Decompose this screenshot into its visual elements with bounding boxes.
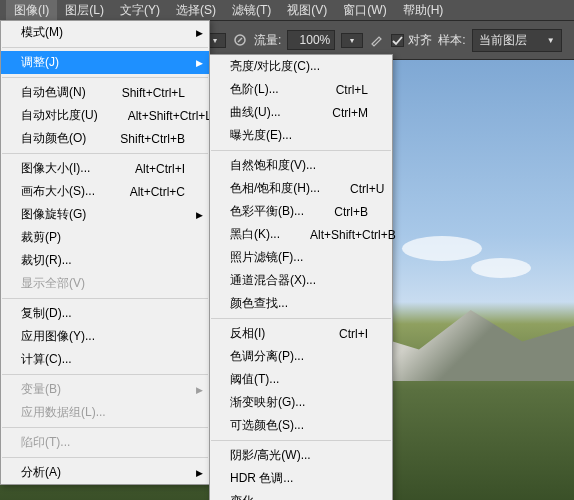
menu-item-label: 画布大小(S)... [21,183,95,200]
sample-select[interactable]: 当前图层 ▼ [472,29,562,52]
menu-item[interactable]: 自然饱和度(V)... [210,154,392,177]
menu-item[interactable]: 调整(J)▶ [1,51,209,74]
menu-item-label: 应用数据组(L)... [21,404,106,421]
menu-item[interactable]: 自动对比度(U)Alt+Shift+Ctrl+L [1,104,209,127]
menu-item[interactable]: 通道混合器(X)... [210,269,392,292]
cloud-shape [471,258,531,278]
sample-label: 样本: [438,32,465,49]
menubar: 图像(I)图层(L)文字(Y)选择(S)滤镜(T)视图(V)窗口(W)帮助(H) [0,0,574,20]
adjustments-submenu: 亮度/对比度(C)...色阶(L)...Ctrl+L曲线(U)...Ctrl+M… [209,54,393,500]
menu-item[interactable]: 应用图像(Y)... [1,325,209,348]
menu-item[interactable]: 裁切(R)... [1,249,209,272]
menu-item-label: 反相(I) [230,325,265,342]
menu-item-shortcut: Shift+Ctrl+L [122,86,185,100]
pressure-opacity-icon[interactable] [232,32,248,48]
menu-item-shortcut: Ctrl+L [336,83,368,97]
menu-item-label: 色调分离(P)... [230,348,304,365]
menu-item-label: 分析(A) [21,464,61,481]
menu-item-label: 裁切(R)... [21,252,72,269]
menu-item[interactable]: 图像大小(I)...Alt+Ctrl+I [1,157,209,180]
menu-item-shortcut: Alt+Shift+Ctrl+B [310,228,396,242]
menu-item-shortcut: Shift+Ctrl+B [120,132,185,146]
menu-item-shortcut: Alt+Shift+Ctrl+L [128,109,212,123]
menu-item[interactable]: 渐变映射(G)... [210,391,392,414]
menu-item-label: 曝光度(E)... [230,127,292,144]
menu-item[interactable]: 阴影/高光(W)... [210,444,392,467]
menu-separator [2,77,208,78]
menu-separator [211,440,391,441]
menubar-item[interactable]: 图像(I) [6,0,57,21]
menu-item[interactable]: 反相(I)Ctrl+I [210,322,392,345]
menu-item[interactable]: 模式(M)▶ [1,21,209,44]
menubar-item[interactable]: 文字(Y) [112,0,168,21]
menu-separator [2,374,208,375]
menu-item: 变量(B)▶ [1,378,209,401]
menu-item[interactable]: 阈值(T)... [210,368,392,391]
menu-item-shortcut: Ctrl+B [334,205,368,219]
menu-item-shortcut: Ctrl+U [350,182,384,196]
menu-item[interactable]: 色彩平衡(B)...Ctrl+B [210,200,392,223]
menu-item[interactable]: 亮度/对比度(C)... [210,55,392,78]
menu-item[interactable]: 分析(A)▶ [1,461,209,484]
menu-item-label: 色相/饱和度(H)... [230,180,320,197]
align-checkbox[interactable]: 对齐 [391,32,432,49]
menu-item[interactable]: 照片滤镜(F)... [210,246,392,269]
menu-item-label: 色彩平衡(B)... [230,203,304,220]
menu-item[interactable]: 裁剪(P) [1,226,209,249]
menu-item-label: 黑白(K)... [230,226,280,243]
menu-item-label: 变化... [230,493,264,500]
sample-value: 当前图层 [479,32,527,49]
menu-item-label: 阴影/高光(W)... [230,447,311,464]
menu-item-label: 通道混合器(X)... [230,272,316,289]
menu-item[interactable]: 曲线(U)...Ctrl+M [210,101,392,124]
chevron-right-icon: ▶ [196,385,203,395]
chevron-right-icon: ▶ [196,58,203,68]
menu-item-shortcut: Ctrl+I [339,327,368,341]
menu-item[interactable]: 变化... [210,490,392,500]
menu-separator [2,298,208,299]
menu-item[interactable]: 颜色查找... [210,292,392,315]
menubar-item[interactable]: 图层(L) [57,0,112,21]
menu-item[interactable]: 复制(D)... [1,302,209,325]
chevron-right-icon: ▶ [196,468,203,478]
airbrush-icon[interactable] [369,32,385,48]
menubar-item[interactable]: 选择(S) [168,0,224,21]
flow-value[interactable]: 100% [287,30,335,50]
menubar-item[interactable]: 窗口(W) [335,0,394,21]
menu-item[interactable]: 色调分离(P)... [210,345,392,368]
chevron-right-icon: ▶ [196,28,203,38]
cloud-shape [402,236,482,261]
menubar-item[interactable]: 帮助(H) [395,0,452,21]
menu-item: 应用数据组(L)... [1,401,209,424]
menu-item-label: 裁剪(P) [21,229,61,246]
menu-item[interactable]: 可选颜色(S)... [210,414,392,437]
menu-item-label: 阈值(T)... [230,371,279,388]
menu-item-label: 亮度/对比度(C)... [230,58,320,75]
menu-separator [2,47,208,48]
menu-item[interactable]: HDR 色调... [210,467,392,490]
menu-item-label: HDR 色调... [230,470,293,487]
menu-item[interactable]: 曝光度(E)... [210,124,392,147]
menubar-item[interactable]: 滤镜(T) [224,0,279,21]
flow-stepper[interactable]: ▾ [341,33,363,48]
menu-item-label: 曲线(U)... [230,104,281,121]
menubar-item[interactable]: 视图(V) [279,0,335,21]
image-menu-dropdown: 模式(M)▶调整(J)▶自动色调(N)Shift+Ctrl+L自动对比度(U)A… [0,20,210,485]
menu-item[interactable]: 计算(C)... [1,348,209,371]
menu-item[interactable]: 自动色调(N)Shift+Ctrl+L [1,81,209,104]
menu-item[interactable]: 色阶(L)...Ctrl+L [210,78,392,101]
menu-item-shortcut: Alt+Ctrl+I [135,162,185,176]
menu-item-label: 模式(M) [21,24,63,41]
menu-item-label: 照片滤镜(F)... [230,249,303,266]
menu-item[interactable]: 自动颜色(O)Shift+Ctrl+B [1,127,209,150]
menu-item[interactable]: 图像旋转(G)▶ [1,203,209,226]
menu-item-label: 色阶(L)... [230,81,279,98]
menu-item[interactable]: 画布大小(S)...Alt+Ctrl+C [1,180,209,203]
menu-item-label: 自然饱和度(V)... [230,157,316,174]
menu-item[interactable]: 黑白(K)...Alt+Shift+Ctrl+B [210,223,392,246]
menu-separator [2,457,208,458]
menu-item[interactable]: 色相/饱和度(H)...Ctrl+U [210,177,392,200]
menu-item-label: 自动对比度(U) [21,107,98,124]
flow-label: 流量: [254,32,281,49]
menu-separator [2,427,208,428]
